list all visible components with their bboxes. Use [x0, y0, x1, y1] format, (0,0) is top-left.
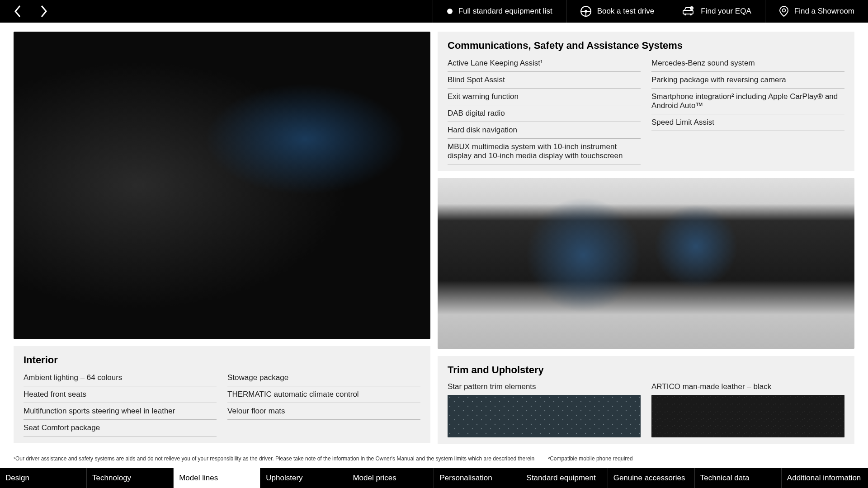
comms-panel: Communications, Safety and Assistance Sy… [438, 32, 854, 171]
footnote: ²Compatible mobile phone required [548, 455, 632, 462]
spec-item: MBUX multimedia system with 10-inch inst… [448, 139, 641, 164]
svg-point-0 [447, 9, 453, 14]
find-eqa-link[interactable]: ? Find your EQA [668, 0, 765, 23]
tab-personalisation[interactable]: Personalisation [434, 468, 521, 488]
bottom-tabs: Design Technology Model lines Upholstery… [0, 468, 868, 488]
tab-genuine-accessories[interactable]: Genuine accessories [608, 468, 695, 488]
spec-item: THERMATIC automatic climate control [227, 386, 420, 403]
spec-item: DAB digital radio [448, 105, 641, 122]
steering-wheel-icon [580, 5, 592, 17]
spec-item: Heated front seats [24, 386, 217, 403]
find-eqa-label: Find your EQA [701, 7, 751, 16]
spec-item: Blind Spot Assist [448, 72, 641, 89]
footnote: ¹Our driver assistance and safety system… [14, 455, 534, 462]
interior-title: Interior [24, 354, 420, 366]
spec-item: Mercedes-Benz sound system [651, 55, 844, 72]
spec-item: Seat Comfort package [24, 420, 217, 436]
trim-panel: Trim and Upholstery Star pattern trim el… [438, 356, 854, 444]
test-drive-link[interactable]: Book a test drive [566, 0, 668, 23]
trim-item-label: ARTICO man-made leather – black [651, 380, 844, 395]
svg-rect-6 [683, 10, 693, 14]
tab-design[interactable]: Design [0, 468, 87, 488]
equipment-list-link[interactable]: Full standard equipment list [433, 0, 566, 23]
main-content: Interior Ambient lighting – 64 colours H… [0, 23, 868, 468]
top-bar: Full standard equipment list Book a test… [0, 0, 868, 23]
chevron-right-icon [40, 5, 48, 18]
spec-item: Parking package with reversing camera [651, 72, 844, 89]
prev-arrow[interactable] [14, 5, 22, 18]
tab-upholstery[interactable]: Upholstery [260, 468, 347, 488]
tab-model-prices[interactable]: Model prices [347, 468, 434, 488]
interior-panel: Interior Ambient lighting – 64 colours H… [14, 346, 430, 443]
nav-arrows [0, 0, 61, 23]
test-drive-label: Book a test drive [597, 7, 655, 16]
spec-item: Active Lane Keeping Assist¹ [448, 55, 641, 72]
map-pin-icon [779, 5, 789, 17]
comms-title: Communications, Safety and Assistance Sy… [448, 40, 844, 52]
spec-item: Multifunction sports steering wheel in l… [24, 403, 217, 420]
svg-point-7 [684, 14, 686, 15]
next-arrow[interactable] [40, 5, 48, 18]
spec-item: Velour floor mats [227, 403, 420, 420]
tab-model-lines[interactable]: Model lines [174, 468, 260, 488]
spec-item: Ambient lighting – 64 colours [24, 370, 217, 386]
car-search-icon: ? [682, 6, 695, 17]
tab-standard-equipment[interactable]: Standard equipment [521, 468, 608, 488]
trim-title: Trim and Upholstery [448, 364, 844, 376]
svg-point-11 [782, 9, 785, 12]
interior-image-seats [14, 32, 430, 339]
trim-item-label: Star pattern trim elements [448, 380, 641, 395]
chevron-left-icon [14, 5, 22, 18]
interior-image-dashboard [438, 178, 854, 349]
tab-technology[interactable]: Technology [87, 468, 174, 488]
equipment-list-label: Full standard equipment list [458, 7, 552, 16]
svg-point-8 [690, 14, 692, 15]
spec-item: Smartphone integration² including Apple … [651, 89, 844, 114]
find-showroom-label: Find a Showroom [794, 7, 854, 16]
bullet-icon [447, 8, 453, 14]
tab-technical-data[interactable]: Technical data [695, 468, 782, 488]
leather-swatch [651, 395, 844, 437]
spec-item: Stowage package [227, 370, 420, 386]
spec-item: Exit warning function [448, 89, 641, 105]
spec-item: Speed Limit Assist [651, 114, 844, 131]
svg-point-2 [585, 10, 587, 13]
star-pattern-swatch [448, 395, 641, 437]
find-showroom-link[interactable]: Find a Showroom [765, 0, 868, 23]
spec-item: Hard disk navigation [448, 122, 641, 139]
footnotes: ¹Our driver assistance and safety system… [14, 451, 854, 468]
tab-additional-information[interactable]: Additional information [782, 468, 868, 488]
